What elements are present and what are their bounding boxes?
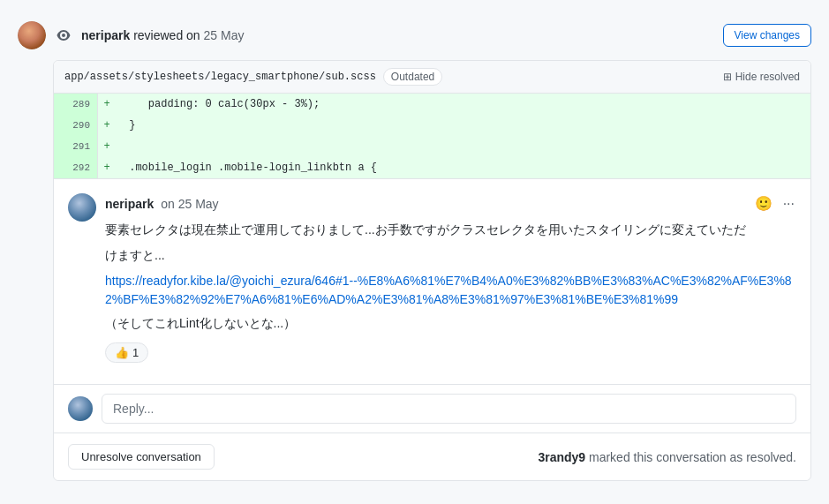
comment-text-line2: けますと...: [105, 246, 796, 265]
line-num-289: 289: [54, 94, 98, 115]
comment-date: on 25 May: [161, 197, 218, 211]
review-date: 25 May: [204, 28, 245, 42]
comment-actions: 🙂 ···: [753, 193, 796, 214]
diff-content-289: padding: 0 calc(30px - 3%);: [116, 94, 810, 115]
diff-line-289: 289 + padding: 0 calc(30px - 3%);: [54, 94, 810, 115]
bottom-bar: Unresolve conversation 3randy9 marked th…: [54, 433, 810, 480]
splitview-icon: ⊞: [723, 71, 732, 83]
resolved-by: 3randy9: [538, 450, 585, 464]
comment-author: neripark: [105, 197, 154, 211]
diff-line-291: 291 +: [54, 136, 810, 157]
file-path: app/assets/stylesheets/legacy_smartphone…: [64, 71, 376, 83]
resolved-text: 3randy9 marked this conversation as reso…: [538, 450, 796, 464]
review-card: app/assets/stylesheets/legacy_smartphone…: [53, 60, 811, 481]
emoji-button[interactable]: 🙂: [753, 193, 774, 214]
diff-sign-289: +: [98, 94, 116, 115]
diff-sign-291: +: [98, 136, 116, 157]
comment-text-line1: 要素セレクタは現在禁止で運用しておりまして...お手数ですがクラスセレクタを用い…: [105, 221, 796, 239]
line-num-290: 290: [54, 115, 98, 136]
comment-meta: neripark on 25 May 🙂 ···: [105, 193, 796, 214]
diff-sign-292: +: [98, 157, 116, 178]
line-num-292: 292: [54, 157, 98, 178]
comment-section: neripark on 25 May 🙂 ··· 要素セレクタは現在禁止で運用し…: [54, 179, 810, 385]
comment-link[interactable]: https://readyfor.kibe.la/@yoichi_ezura/6…: [105, 272, 796, 309]
eye-icon: [55, 26, 72, 44]
reviewer-avatar: [18, 21, 46, 49]
resolved-message: marked this conversation as resolved.: [589, 450, 796, 464]
review-action: reviewed on: [133, 28, 200, 42]
hide-resolved-label: Hide resolved: [735, 71, 800, 83]
review-header: neripark reviewed on 25 May View changes: [18, 18, 811, 53]
diff-sign-290: +: [98, 115, 116, 136]
comment-body: neripark on 25 May 🙂 ··· 要素セレクタは現在禁止で運用し…: [105, 193, 796, 363]
reaction-count: 1: [132, 346, 139, 359]
diff-line-292: 292 + .mobile_login .mobile-login_linkbt…: [54, 157, 810, 178]
reply-input[interactable]: Reply...: [102, 394, 796, 424]
diff-content-290: }: [116, 115, 810, 136]
reviewer-name: neripark: [81, 28, 130, 42]
outdated-badge: Outdated: [383, 68, 442, 86]
more-button[interactable]: ···: [781, 194, 796, 214]
reply-avatar: [68, 396, 93, 421]
reply-section: Reply...: [54, 385, 810, 433]
view-changes-button[interactable]: View changes: [723, 24, 812, 47]
commenter-avatar: [68, 193, 96, 222]
diff-line-290: 290 + }: [54, 115, 810, 136]
diff-content-292: .mobile_login .mobile-login_linkbtn a {: [116, 157, 810, 178]
diff-section: 289 + padding: 0 calc(30px - 3%); 290 + …: [54, 94, 810, 179]
hide-resolved-button[interactable]: ⊞ Hide resolved: [723, 71, 800, 83]
diff-content-291: [116, 136, 810, 157]
comment-note: （そしてこれLint化しないとな...）: [105, 316, 796, 332]
line-num-291: 291: [54, 136, 98, 157]
reaction-emoji: 👍: [115, 346, 129, 359]
unresolve-button[interactable]: Unresolve conversation: [68, 444, 215, 470]
file-header: app/assets/stylesheets/legacy_smartphone…: [54, 61, 810, 94]
review-meta: neripark reviewed on 25 May: [81, 28, 244, 42]
reaction-button[interactable]: 👍 1: [105, 342, 148, 363]
